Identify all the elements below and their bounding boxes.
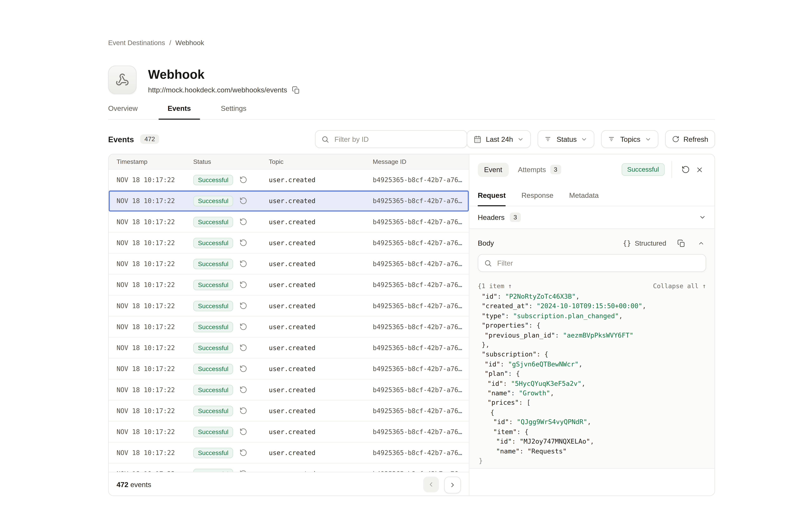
status-badge: Successful (193, 426, 233, 437)
retry-icon (681, 165, 690, 174)
structured-mode-toggle[interactable]: {} Structured (623, 239, 666, 247)
retry-icon[interactable] (240, 197, 247, 205)
collapse-body-button[interactable] (696, 238, 706, 248)
row-message-id: b4925365-b8cf-42b7-a76… (373, 239, 469, 246)
refresh-label: Refresh (683, 135, 708, 143)
column-message-id: Message ID (373, 158, 469, 165)
retry-icon[interactable] (240, 365, 247, 373)
prev-page-button[interactable] (423, 476, 439, 492)
tab-request[interactable]: Request (478, 192, 506, 206)
detail-tab-event[interactable]: Event (478, 163, 509, 176)
table-row[interactable]: NOV 18 10:17:22 Successful user.created … (109, 379, 469, 400)
row-timestamp: NOV 18 10:17:22 (109, 428, 193, 435)
retry-icon[interactable] (240, 470, 247, 472)
retry-icon[interactable] (240, 239, 247, 247)
tab-events[interactable]: Events (159, 104, 200, 119)
collapse-all-button[interactable]: Collapse all ↑ (653, 282, 706, 290)
row-timestamp: NOV 18 10:17:22 (109, 260, 193, 267)
tab-overview[interactable]: Overview (99, 104, 147, 119)
row-topic: user.created (269, 407, 373, 414)
retry-icon[interactable] (240, 344, 247, 352)
row-topic: user.created (269, 365, 373, 372)
row-timestamp: NOV 18 10:17:22 (109, 365, 193, 372)
body-filter-input[interactable] (496, 259, 700, 267)
filter-by-id-input[interactable] (333, 135, 461, 144)
retry-icon[interactable] (240, 323, 247, 331)
headers-section-toggle[interactable]: Headers 3 (469, 206, 715, 229)
table-row[interactable]: NOV 18 10:17:22 Successful user.created … (109, 463, 469, 472)
table-row[interactable]: NOV 18 10:17:22 Successful user.created … (109, 338, 469, 359)
row-message-id: b4925365-b8cf-42b7-a76… (373, 218, 469, 225)
table-row[interactable]: NOV 18 10:17:22 Successful user.created … (109, 359, 469, 379)
copy-body-button[interactable] (676, 238, 686, 248)
retry-icon[interactable] (240, 176, 247, 184)
chevron-up-icon (697, 240, 704, 246)
retry-icon[interactable] (240, 281, 247, 289)
row-timestamp: NOV 18 10:17:22 (109, 407, 193, 414)
status-filter-button[interactable]: Status (538, 130, 594, 148)
retry-icon[interactable] (240, 218, 247, 226)
row-message-id: b4925365-b8cf-42b7-a76… (373, 197, 469, 204)
breadcrumb-parent-link[interactable]: Event Destinations (108, 39, 165, 47)
status-badge: Successful (193, 448, 233, 458)
row-timestamp: NOV 18 10:17:22 (109, 323, 193, 330)
copy-icon (677, 239, 685, 247)
copy-url-button[interactable] (291, 85, 301, 95)
json-line: "id": "QJgg9WrS4vyQPNdR", (478, 417, 706, 427)
headers-count-badge: 3 (510, 213, 521, 222)
divider (672, 161, 672, 178)
retry-icon[interactable] (240, 386, 247, 394)
json-line: "previous_plan_id": "aezmBVpPksWVY6FT" (478, 330, 706, 340)
webhook-icon (115, 73, 129, 87)
row-topic: user.created (269, 344, 373, 352)
tab-metadata[interactable]: Metadata (569, 192, 599, 206)
tab-response[interactable]: Response (522, 192, 553, 206)
json-items-summary[interactable]: {1 item ↑ (478, 282, 512, 290)
calendar-icon (474, 135, 481, 143)
close-panel-button[interactable] (693, 163, 706, 176)
row-message-id: b4925365-b8cf-42b7-a76… (373, 428, 469, 435)
row-topic: user.created (269, 197, 373, 204)
webhook-url: http://mock.hookdeck.com/webhooks/events (148, 86, 287, 94)
row-topic: user.created (269, 386, 373, 394)
table-row[interactable]: NOV 18 10:17:22 Successful user.created … (109, 296, 469, 317)
body-label: Body (478, 239, 494, 247)
page-title: Webhook (148, 67, 301, 82)
table-row[interactable]: NOV 18 10:17:22 Successful user.created … (109, 274, 469, 296)
retry-icon[interactable] (240, 449, 247, 457)
detail-status-badge: Successful (621, 163, 665, 176)
table-row[interactable]: NOV 18 10:17:22 Successful user.created … (109, 233, 469, 253)
retry-icon[interactable] (240, 260, 247, 268)
json-line: } (478, 456, 706, 466)
tab-settings[interactable]: Settings (212, 104, 256, 119)
retry-icon[interactable] (240, 407, 247, 415)
table-row[interactable]: NOV 18 10:17:22 Successful user.created … (109, 317, 469, 338)
table-row[interactable]: NOV 18 10:17:22 Successful user.created … (109, 421, 469, 442)
row-timestamp: NOV 18 10:17:22 (109, 281, 193, 288)
topics-filter-button[interactable]: Topics (601, 130, 658, 148)
json-line: "plan": { (478, 369, 706, 379)
chevron-down-icon (517, 136, 524, 142)
json-line: "item": { (478, 427, 706, 437)
table-row[interactable]: NOV 18 10:17:22 Successful user.created … (109, 401, 469, 421)
time-range-button[interactable]: Last 24h (467, 130, 531, 148)
retry-event-button[interactable] (679, 163, 693, 176)
next-page-button[interactable] (444, 476, 461, 493)
refresh-button[interactable]: Refresh (665, 130, 715, 148)
retry-icon[interactable] (240, 302, 247, 310)
row-timestamp: NOV 18 10:17:22 (109, 197, 193, 204)
structured-mode-label: Structured (635, 239, 666, 247)
event-table-body: NOV 18 10:17:22 Successful user.created … (109, 170, 469, 472)
table-row[interactable]: NOV 18 10:17:22 Successful user.created … (109, 253, 469, 274)
status-badge: Successful (193, 216, 233, 227)
table-row[interactable]: NOV 18 10:17:22 Successful user.created … (109, 191, 469, 211)
row-timestamp: NOV 18 10:17:22 (109, 218, 193, 225)
chevron-right-icon (449, 481, 456, 488)
table-row[interactable]: NOV 18 10:17:22 Successful user.created … (109, 442, 469, 463)
status-badge: Successful (193, 195, 233, 206)
table-row[interactable]: NOV 18 10:17:22 Successful user.created … (109, 170, 469, 191)
retry-icon[interactable] (240, 428, 247, 436)
detail-tab-attempts[interactable]: Attempts 3 (518, 165, 561, 174)
chevron-down-icon (581, 136, 588, 142)
table-row[interactable]: NOV 18 10:17:22 Successful user.created … (109, 211, 469, 232)
